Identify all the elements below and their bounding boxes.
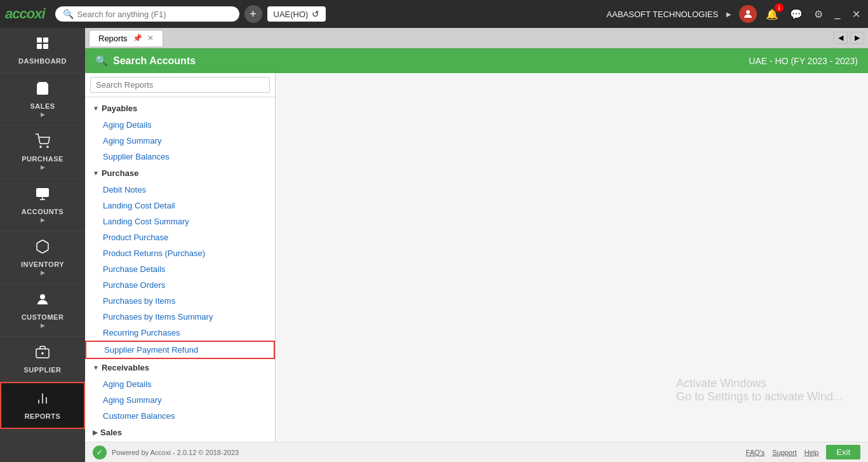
- accounts-expand-icon: ▶: [41, 217, 45, 223]
- sidebar-item-purchase[interactable]: PURCHASE▶: [0, 126, 85, 179]
- report-item-purchase-details[interactable]: Purchase Details: [85, 261, 275, 277]
- content-area: Reports 📌 ✕ ◀ ▶ 🔍 Search Accounts UAE - …: [85, 28, 868, 462]
- sidebar-item-reports[interactable]: REPORTS: [0, 382, 85, 429]
- report-item-supplier-payment-refund[interactable]: Supplier Payment Refund: [85, 341, 275, 359]
- sales-label: SALES: [30, 102, 55, 110]
- section-receivables[interactable]: ▼Receivables: [85, 359, 275, 376]
- svg-rect-1: [37, 37, 42, 43]
- messages-button[interactable]: 💬: [787, 6, 805, 23]
- footer-text: Powered by Accoxi - 2.0.12 © 2018-2023: [112, 449, 746, 456]
- search-icon: 🔍: [63, 9, 74, 19]
- search-reports-input[interactable]: [90, 77, 270, 93]
- svg-point-9: [40, 294, 45, 299]
- section-label-purchase: Purchase: [102, 168, 139, 178]
- global-search-bar[interactable]: 🔍: [55, 6, 239, 22]
- report-item-landing-cost-detail[interactable]: Landing Cost Detail: [85, 198, 275, 214]
- sidebar-item-dashboard[interactable]: DASHBOARD: [0, 28, 85, 73]
- watermark-text: Activate WindowsGo to Settings to activa…: [676, 377, 843, 404]
- sidebar: DASHBOARDSALES▶PURCHASE▶ACCOUNTS▶INVENTO…: [0, 28, 85, 462]
- customer-label: CUSTOMER: [22, 313, 64, 321]
- inventory-label: INVENTORY: [21, 261, 64, 268]
- supplier-icon: [35, 344, 50, 363]
- add-button[interactable]: +: [244, 5, 262, 23]
- sidebar-item-inventory[interactable]: INVENTORY▶: [0, 231, 85, 284]
- svg-point-0: [746, 10, 750, 14]
- sales-expand-icon: ▶: [41, 111, 45, 118]
- sidebar-item-supplier[interactable]: SUPPLIER: [0, 337, 85, 382]
- company-name-label: AABASOFT TECHNOLOGIES: [606, 10, 718, 19]
- svg-point-7: [47, 146, 48, 147]
- report-item-customer-balances[interactable]: Customer Balances: [85, 408, 275, 424]
- report-item-purchase-orders[interactable]: Purchase Orders: [85, 277, 275, 293]
- faq-link[interactable]: FAQ's: [746, 449, 765, 456]
- tab-close-icon[interactable]: ✕: [147, 34, 154, 43]
- tab-controls: ◀ ▶: [834, 32, 864, 44]
- inventory-expand-icon: ▶: [41, 269, 45, 276]
- section-payables[interactable]: ▼Payables: [85, 100, 275, 117]
- inventory-icon: [35, 239, 50, 258]
- tab-next-button[interactable]: ▶: [850, 32, 864, 44]
- company-selector[interactable]: UAE(HO) ↺: [267, 6, 326, 22]
- section-arrow-receivables: ▼: [93, 364, 99, 371]
- help-link[interactable]: Help: [805, 449, 819, 456]
- sales-icon: [35, 81, 50, 100]
- report-item-landing-cost-summary[interactable]: Landing Cost Summary: [85, 214, 275, 229]
- search-accounts-icon: 🔍: [95, 55, 108, 67]
- sidebar-item-customer[interactable]: CUSTOMER▶: [0, 284, 85, 337]
- report-item-aging-details-rec[interactable]: Aging Details: [85, 376, 275, 392]
- tab-prev-button[interactable]: ◀: [834, 32, 848, 44]
- footer: ✓ Powered by Accoxi - 2.0.12 © 2018-2023…: [85, 442, 868, 462]
- section-label-sales: Sales: [100, 428, 122, 437]
- exit-button[interactable]: Exit: [826, 445, 860, 459]
- section-arrow-sales: ▶: [93, 429, 98, 436]
- reports-label: REPORTS: [25, 412, 61, 420]
- reports-icon: [35, 391, 50, 410]
- top-right-bar: AABASOFT TECHNOLOGIES ► 🔔 1 💬 ⚙ ⎯ ✕: [606, 5, 863, 23]
- close-button[interactable]: ✕: [850, 6, 863, 23]
- report-item-recurring-purchases[interactable]: Recurring Purchases: [85, 325, 275, 341]
- section-purchase[interactable]: ▼Purchase: [85, 165, 275, 182]
- purchase-expand-icon: ▶: [41, 164, 45, 170]
- report-item-purchases-by-items-summary[interactable]: Purchases by Items Summary: [85, 309, 275, 325]
- dashboard-label: DASHBOARD: [18, 57, 67, 65]
- arrow-icon: ►: [724, 10, 733, 19]
- top-bar: accoxi 🔍 + UAE(HO) ↺ AABASOFT TECHNOLOGI…: [0, 0, 868, 28]
- report-item-purchases-by-items[interactable]: Purchases by Items: [85, 293, 275, 309]
- accounts-label: ACCOUNTS: [22, 208, 63, 215]
- reports-container: 🔍 Search Accounts UAE - HO (FY 2023 - 20…: [85, 48, 868, 442]
- global-search-input[interactable]: [77, 10, 224, 19]
- sidebar-item-accounts[interactable]: ACCOUNTS▶: [0, 179, 85, 231]
- main-layout: DASHBOARDSALES▶PURCHASE▶ACCOUNTS▶INVENTO…: [0, 28, 868, 462]
- support-link[interactable]: Support: [772, 449, 797, 456]
- section-arrow-purchase: ▼: [93, 170, 99, 177]
- minimize-button[interactable]: ⎯: [832, 6, 843, 22]
- section-sales[interactable]: ▶Sales: [85, 424, 275, 441]
- footer-logo: ✓: [93, 445, 107, 459]
- sidebar-item-sales[interactable]: SALES▶: [0, 73, 85, 126]
- report-item-aging-details-pay[interactable]: Aging Details: [85, 117, 275, 133]
- tab-reports-label: Reports: [98, 34, 128, 43]
- report-item-product-returns-purchase[interactable]: Product Returns (Purchase): [85, 245, 275, 261]
- report-item-supplier-balances[interactable]: Supplier Balances: [85, 149, 275, 165]
- section-arrow-payables: ▼: [93, 105, 99, 112]
- app-logo: accoxi: [5, 6, 45, 22]
- tab-reports[interactable]: Reports 📌 ✕: [89, 30, 163, 46]
- customer-expand-icon: ▶: [41, 322, 45, 329]
- svg-rect-8: [36, 188, 49, 197]
- tab-pin-icon: 📌: [133, 34, 142, 43]
- report-item-debit-notes[interactable]: Debit Notes: [85, 182, 275, 198]
- report-list-panel: ▼PayablesAging DetailsAging SummarySuppl…: [85, 73, 276, 442]
- refresh-icon: ↺: [312, 9, 319, 19]
- purchase-icon: [35, 133, 50, 153]
- report-item-aging-summary-pay[interactable]: Aging Summary: [85, 133, 275, 149]
- svg-rect-4: [43, 44, 48, 49]
- reports-header-subtitle: UAE - HO (FY 2023 - 2023): [749, 56, 858, 66]
- report-display-panel: Activate WindowsGo to Settings to activa…: [276, 73, 868, 442]
- purchase-label: PURCHASE: [22, 155, 63, 163]
- notification-badge: 1: [775, 3, 784, 12]
- user-avatar: [739, 5, 757, 23]
- reports-header-left: 🔍 Search Accounts: [95, 55, 196, 67]
- report-item-aging-summary-rec[interactable]: Aging Summary: [85, 392, 275, 408]
- settings-button[interactable]: ⚙: [811, 6, 825, 23]
- report-item-product-purchase[interactable]: Product Purchase: [85, 229, 275, 245]
